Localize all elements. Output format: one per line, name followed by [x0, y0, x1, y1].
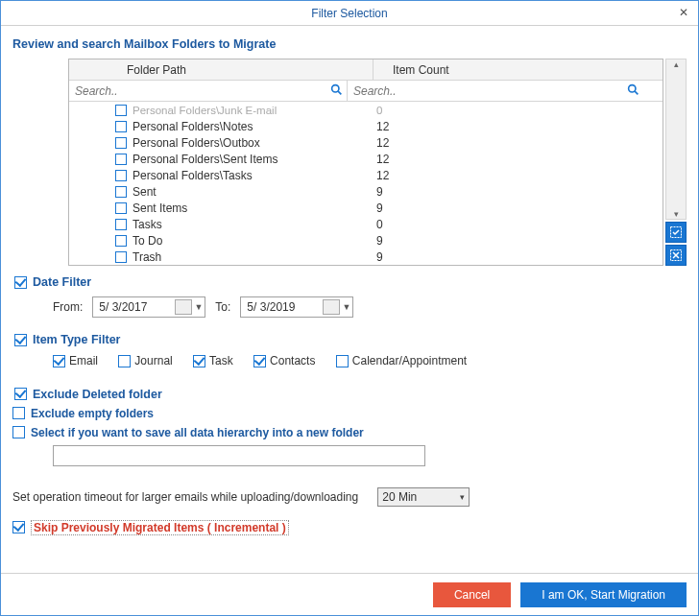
exclude-empty-label: Exclude empty folders [31, 407, 154, 420]
save-hierarchy-checkbox[interactable] [12, 426, 25, 438]
row-path: Sent [133, 185, 348, 199]
date-filter-checkbox[interactable] [14, 276, 27, 289]
date-filter-option[interactable]: Date Filter [14, 275, 685, 289]
row-checkbox[interactable] [115, 251, 127, 263]
exclude-empty-checkbox[interactable] [12, 407, 25, 419]
timeout-select[interactable]: 20 Min ▾ [377, 487, 470, 507]
save-hierarchy-option[interactable]: Select if you want to save all data hier… [12, 426, 687, 439]
item-type-label: Item Type Filter [33, 333, 120, 346]
window-title: Filter Selection [311, 7, 387, 20]
skip-previous-label: Skip Previously Migrated Items ( Increme… [31, 520, 289, 535]
search-icon[interactable] [330, 83, 343, 99]
grid-search-row [69, 81, 663, 102]
option-email[interactable]: Email [53, 354, 98, 367]
exclude-deleted-option[interactable]: Exclude Deleted folder [14, 388, 685, 401]
chevron-down-icon: ▼ [342, 302, 350, 312]
row-checkbox[interactable] [115, 170, 127, 181]
from-date-input[interactable]: 5/ 3/2017 ▼ [92, 296, 205, 318]
row-count: 9 [348, 185, 663, 199]
row-count: 12 [348, 169, 663, 182]
from-label: From: [53, 300, 83, 314]
row-count: 9 [348, 234, 663, 248]
calendar-icon [175, 299, 192, 315]
row-count: 12 [348, 153, 663, 166]
option-journal[interactable]: Journal [118, 354, 172, 367]
item-type-filter-option[interactable]: Item Type Filter [14, 333, 685, 346]
row-count: 12 [348, 136, 663, 150]
content: Review and search Mailbox Folders to Mig… [1, 26, 698, 573]
save-hierarchy-label: Select if you want to save all data hier… [31, 426, 364, 439]
select-all-icon[interactable] [665, 222, 687, 243]
to-date-input[interactable]: 5/ 3/2019 ▼ [240, 296, 353, 318]
table-row[interactable]: Tasks0 [69, 216, 663, 232]
table-row[interactable]: Personal Folders\Junk E-mail0 [69, 102, 663, 118]
row-path: Trash [133, 250, 348, 264]
col-item-count[interactable]: Item Count [374, 63, 663, 77]
item-type-checkbox[interactable] [14, 334, 27, 346]
timeout-row: Set operation timeout for larger emails … [12, 487, 687, 507]
to-label: To: [215, 300, 230, 314]
row-count: 0 [348, 105, 663, 116]
side-buttons: ▴▾ [665, 59, 687, 266]
row-path: Personal Folders\Notes [133, 120, 348, 133]
folder-area: Folder Path Item Count Perso [12, 59, 687, 266]
new-folder-input[interactable] [53, 445, 425, 466]
table-row[interactable]: Personal Folders\Notes12 [69, 118, 663, 134]
skip-previous-checkbox[interactable] [12, 521, 25, 533]
row-path: Personal Folders\Junk E-mail [133, 105, 348, 116]
row-checkbox[interactable] [115, 235, 127, 247]
option-contacts[interactable]: Contacts [253, 354, 315, 367]
row-path: Personal Folders\Sent Items [133, 153, 348, 166]
svg-point-0 [332, 84, 339, 91]
row-path: To Do [133, 234, 348, 248]
table-row[interactable]: Personal Folders\Outbox12 [69, 134, 663, 151]
row-checkbox[interactable] [115, 121, 127, 132]
search-folder-path-input[interactable] [75, 84, 326, 98]
grid-rows: Personal Folders\Junk E-mail0Personal Fo… [69, 102, 663, 265]
cancel-button[interactable]: Cancel [433, 582, 511, 607]
row-checkbox[interactable] [115, 186, 127, 198]
option-task[interactable]: Task [193, 354, 233, 367]
row-checkbox[interactable] [115, 219, 127, 230]
row-count: 12 [348, 120, 663, 133]
table-row[interactable]: Personal Folders\Sent Items12 [69, 151, 663, 167]
option-calendar[interactable]: Calendar/Appointment [336, 354, 467, 367]
row-count: 9 [348, 201, 663, 215]
start-migration-button[interactable]: I am OK, Start Migration [520, 582, 687, 607]
row-checkbox[interactable] [115, 137, 127, 149]
scrollbar[interactable]: ▴▾ [665, 59, 687, 220]
table-row[interactable]: Personal Folders\Tasks12 [69, 167, 663, 183]
svg-line-3 [635, 91, 638, 94]
row-checkbox[interactable] [115, 154, 127, 165]
chevron-down-icon: ▼ [194, 302, 203, 312]
table-row[interactable]: To Do9 [69, 232, 663, 249]
date-filter-row: From: 5/ 3/2017 ▼ To: 5/ 3/2019 ▼ [53, 296, 687, 318]
footer: Cancel I am OK, Start Migration [1, 573, 698, 615]
row-checkbox[interactable] [115, 105, 127, 116]
table-row[interactable]: Sent Items9 [69, 200, 663, 216]
row-path: Personal Folders\Tasks [133, 169, 348, 182]
date-filter-label: Date Filter [33, 275, 91, 289]
timeout-label: Set operation timeout for larger emails … [12, 490, 358, 504]
col-folder-path[interactable]: Folder Path [94, 63, 373, 77]
row-count: 9 [348, 250, 663, 264]
review-heading: Review and search Mailbox Folders to Mig… [12, 37, 687, 51]
row-checkbox[interactable] [115, 202, 127, 214]
skip-previous-option[interactable]: Skip Previously Migrated Items ( Increme… [12, 520, 687, 535]
exclude-deleted-label: Exclude Deleted folder [33, 388, 162, 401]
row-path: Sent Items [133, 201, 348, 215]
row-path: Tasks [133, 218, 348, 231]
close-icon[interactable]: ✕ [675, 5, 692, 20]
deselect-all-icon[interactable] [665, 245, 687, 266]
search-item-count-input[interactable] [353, 84, 623, 98]
svg-line-1 [338, 91, 341, 94]
titlebar: Filter Selection ✕ [1, 1, 698, 26]
exclude-empty-option[interactable]: Exclude empty folders [12, 407, 687, 420]
exclude-deleted-checkbox[interactable] [14, 388, 27, 400]
item-type-options: Email Journal Task Contacts Calendar/App… [53, 354, 687, 370]
table-row[interactable]: Sent9 [69, 183, 663, 200]
table-row[interactable]: Trash9 [69, 249, 663, 265]
folder-grid: Folder Path Item Count Perso [68, 59, 663, 266]
chevron-down-icon: ▾ [460, 492, 465, 502]
search-icon[interactable] [627, 83, 639, 99]
